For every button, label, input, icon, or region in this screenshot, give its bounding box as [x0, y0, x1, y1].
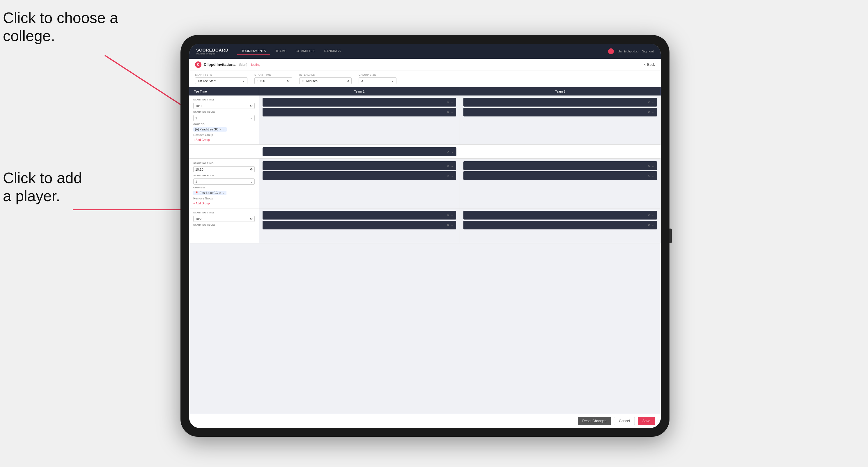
content-area: Start Type 1st Tee Start ⌄ Start Time 10…	[189, 70, 661, 428]
close-icon: ✕	[447, 224, 449, 227]
course-label-1: COURSE:	[193, 123, 255, 125]
table-row: STARTING TIME: 10:10 ⊙ STARTING HOLE: 1 …	[189, 159, 661, 209]
group-left-3: STARTING TIME: 10:20 ⊙ STARTING HOLE:	[189, 209, 259, 243]
table-body: STARTING TIME: 10:00 ⊙ STARTING HOLE: 1 …	[189, 95, 661, 414]
starting-hole-input-2[interactable]: 1 ⌄	[193, 179, 255, 185]
nav-tabs: TOURNAMENTS TEAMS COMMITTEE RANKINGS	[237, 48, 608, 55]
cancel-button[interactable]: Cancel	[614, 417, 634, 425]
chevron-icon: ⌄	[451, 224, 453, 227]
team2-header: Team 2	[460, 87, 661, 95]
player-slot[interactable]: ✕ ⌄	[262, 161, 456, 170]
course-row-1: ✕ ⌄	[189, 145, 661, 159]
tab-tournaments[interactable]: TOURNAMENTS	[237, 48, 270, 55]
team1-slots-2: ✕ ⌄ ✕ ⌄	[259, 159, 460, 208]
chevron-icon: ⌄	[652, 111, 654, 114]
chevron-icon: ⌄	[451, 164, 453, 167]
app-subtitle: Powered by clippd	[196, 53, 228, 55]
remove-group-1[interactable]: Remove Group	[193, 133, 255, 136]
player-slot[interactable]: ✕ ⌄	[463, 171, 657, 180]
starting-hole-label-3: STARTING HOLE:	[193, 224, 255, 226]
table-row: STARTING TIME: 10:00 ⊙ STARTING HOLE: 1 …	[189, 95, 661, 145]
remove-group-2[interactable]: Remove Group	[193, 197, 255, 200]
close-icon: ✕	[648, 164, 650, 167]
start-type-label: Start Type	[195, 73, 247, 76]
group-left-1: STARTING TIME: 10:00 ⊙ STARTING HOLE: 1 …	[189, 95, 259, 145]
team1-header: Team 1	[259, 87, 460, 95]
team1-slots-3: ✕ ⌄ ✕ ⌄	[259, 209, 460, 243]
intervals-label: Intervals	[299, 73, 352, 76]
starting-time-input-2[interactable]: 10:10 ⊙	[193, 166, 255, 173]
player-slot[interactable]: ✕ ⌄	[463, 221, 657, 229]
close-icon: ✕	[648, 101, 650, 104]
group-left-2: STARTING TIME: 10:10 ⊙ STARTING HOLE: 1 …	[189, 159, 259, 208]
breadcrumb: C Clippd Invitational (Men) Hosting	[195, 61, 260, 68]
chevron-icon: ⌄	[451, 214, 453, 217]
chevron-icon: ⌄	[652, 174, 654, 177]
start-time-label: Start Time	[254, 73, 292, 76]
close-icon: ✕	[447, 164, 449, 167]
player-slot[interactable]: ✕ ⌄	[262, 147, 457, 156]
player-slot[interactable]: ✕ ⌄	[463, 98, 657, 106]
starting-time-label-2: STARTING TIME:	[193, 162, 255, 164]
app-logo: SCOREBOARD Powered by clippd	[196, 48, 228, 55]
save-button[interactable]: Save	[638, 417, 655, 425]
starting-hole-input-1[interactable]: 1 ⌄	[193, 115, 255, 121]
chevron-icon: ⌄	[451, 150, 454, 153]
tab-committee[interactable]: COMMITTEE	[292, 48, 319, 55]
starting-time-input-1[interactable]: 10:00 ⊙	[193, 103, 255, 109]
group-size-select[interactable]: 3 ⌄	[359, 77, 397, 84]
team1-slots-1: ✕ ⌄ ✕ ⌄	[259, 95, 460, 145]
group-size-label: Group Size	[359, 73, 397, 76]
player-slot[interactable]: ✕ ⌄	[262, 221, 456, 229]
course-label-2: COURSE:	[193, 186, 255, 189]
gender-badge: (Men)	[239, 63, 247, 66]
tab-rankings[interactable]: RANKINGS	[320, 48, 345, 55]
player-slot[interactable]: ✕ ⌄	[262, 211, 456, 220]
reset-button[interactable]: Reset Changes	[578, 417, 611, 425]
course-tag-2[interactable]: 📍 East Lake GC ✕ ⌄	[193, 191, 226, 195]
sign-out-link[interactable]: Sign out	[642, 50, 654, 53]
player-slot[interactable]: ✕ ⌄	[463, 161, 657, 170]
tab-teams[interactable]: TEAMS	[271, 48, 290, 55]
chevron-icon: ⌄	[652, 101, 654, 104]
team2-slots-1: ✕ ⌄ ✕ ⌄	[460, 95, 661, 145]
intervals-select[interactable]: 10 Minutes ⊙	[299, 77, 352, 84]
start-type-group: Start Type 1st Tee Start ⌄	[195, 73, 247, 84]
tournament-name: Clippd Invitational	[204, 62, 237, 67]
table-row: STARTING TIME: 10:20 ⊙ STARTING HOLE: ✕ …	[189, 209, 661, 243]
annotation-college: Click to choose a college.	[3, 9, 118, 45]
nav-user: blair@clippd.io Sign out	[608, 48, 654, 54]
course-field-2: 📍 East Lake GC ✕ ⌄	[193, 191, 255, 195]
close-icon: ✕	[447, 101, 449, 104]
add-group-2[interactable]: + Add Group	[193, 202, 255, 205]
start-time-select[interactable]: 10:00 ⊙	[254, 77, 292, 84]
chevron-icon: ⌄	[652, 214, 654, 217]
player-slot[interactable]: ✕ ⌄	[262, 171, 456, 180]
team2-slots-2: ✕ ⌄ ✕ ⌄	[460, 159, 661, 208]
back-button[interactable]: < Back	[644, 63, 655, 67]
tablet-frame: SCOREBOARD Powered by clippd TOURNAMENTS…	[181, 35, 670, 437]
course-field-1: (A) Peachtree GC ✕ ⌄	[193, 127, 255, 132]
chevron-icon: ⌄	[652, 164, 654, 167]
player-slot[interactable]: ✕ ⌄	[262, 98, 456, 106]
chevron-icon: ⌄	[652, 224, 654, 227]
player-slot[interactable]: ✕ ⌄	[463, 108, 657, 117]
user-email: blair@clippd.io	[617, 50, 638, 53]
player-slot[interactable]: ✕ ⌄	[463, 211, 657, 220]
course-tag-1[interactable]: (A) Peachtree GC ✕ ⌄	[193, 127, 227, 132]
player-slot[interactable]: ✕ ⌄	[262, 108, 456, 117]
start-type-select[interactable]: 1st Tee Start ⌄	[195, 77, 247, 84]
starting-time-input-3[interactable]: 10:20 ⊙	[193, 216, 255, 222]
add-group-1[interactable]: + Add Group	[193, 138, 255, 142]
sub-header: C Clippd Invitational (Men) Hosting < Ba…	[189, 59, 661, 70]
group-size-group: Group Size 3 ⌄	[359, 73, 397, 84]
close-icon: ✕	[648, 111, 650, 114]
close-icon: ✕	[648, 214, 650, 217]
hosting-badge: Hosting	[249, 63, 260, 66]
close-icon: ✕	[648, 224, 650, 227]
chevron-icon: ⌄	[451, 111, 453, 114]
starting-time-label-1: STARTING TIME:	[193, 98, 255, 101]
bottom-bar: Reset Changes Cancel Save	[189, 414, 661, 428]
power-button	[670, 228, 672, 243]
starting-time-label-3: STARTING TIME:	[193, 211, 255, 214]
